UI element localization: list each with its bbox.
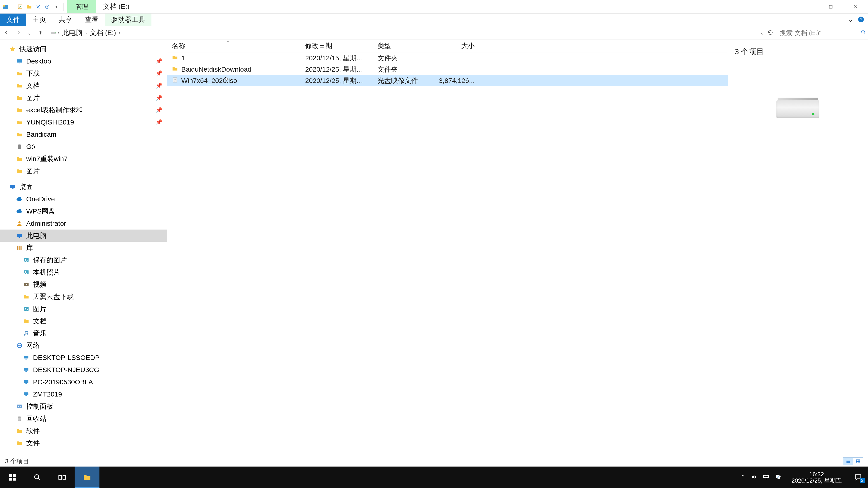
- large-icons-view-button[interactable]: [853, 457, 863, 465]
- address-dropdown-icon[interactable]: ⌄: [760, 30, 764, 36]
- file-row[interactable]: 12020/12/15, 星期二 1...文件夹: [167, 53, 727, 64]
- nav-item[interactable]: 下载📌: [0, 67, 167, 79]
- search-input[interactable]: [780, 29, 861, 37]
- taskbar-search-button[interactable]: [25, 466, 50, 488]
- nav-item[interactable]: YUNQISHI2019📌: [0, 116, 167, 128]
- nav-item[interactable]: 控制面板: [0, 400, 167, 413]
- nav-item[interactable]: G:\: [0, 140, 167, 153]
- file-type: 光盘映像文件: [373, 76, 434, 86]
- qat-close-icon[interactable]: [35, 4, 41, 10]
- qat-settings-icon[interactable]: [44, 4, 51, 10]
- nav-item[interactable]: DESKTOP-NJEU3CG: [0, 364, 167, 376]
- minimize-button[interactable]: [794, 0, 818, 13]
- nav-item[interactable]: excel表格制作求和📌: [0, 104, 167, 116]
- taskbar-clock[interactable]: 16:32 2020/12/25, 星期五: [787, 471, 846, 484]
- file-list[interactable]: 12020/12/15, 星期二 1...文件夹BaiduNetdiskDown…: [167, 53, 727, 456]
- nav-item[interactable]: 软件: [0, 425, 167, 437]
- nav-item-label: G:\: [26, 143, 35, 151]
- column-size[interactable]: 大小: [434, 41, 479, 51]
- qat-newfolder-icon[interactable]: [26, 4, 32, 10]
- refresh-icon[interactable]: [767, 30, 773, 36]
- music-icon: [23, 330, 30, 337]
- close-button[interactable]: [843, 0, 868, 13]
- network-header[interactable]: 网络: [0, 339, 167, 352]
- nav-item[interactable]: Administrator: [0, 217, 167, 230]
- volume-icon[interactable]: [751, 474, 757, 481]
- nav-item[interactable]: win7重装win7: [0, 153, 167, 165]
- nav-item-label: DESKTOP-NJEU3CG: [33, 366, 99, 374]
- file-row[interactable]: Win7x64_2020.iso2020/12/25, 星期五 1...光盘映像…: [167, 75, 727, 86]
- start-button[interactable]: [0, 466, 25, 488]
- desktop-header[interactable]: 桌面: [0, 181, 167, 193]
- search-box[interactable]: [777, 28, 865, 38]
- svg-point-10: [862, 30, 864, 33]
- qat-properties-icon[interactable]: [17, 4, 23, 10]
- breadcrumb-chevron-icon[interactable]: ›: [85, 30, 87, 36]
- tab-file[interactable]: 文件: [0, 13, 26, 26]
- nav-item[interactable]: 文档: [0, 315, 167, 327]
- nav-item[interactable]: 图片: [0, 165, 167, 177]
- nav-item[interactable]: 本机照片: [0, 266, 167, 278]
- help-icon[interactable]: ?: [858, 16, 864, 24]
- svg-rect-39: [17, 404, 22, 408]
- nav-item[interactable]: 文件: [0, 437, 167, 449]
- column-name[interactable]: 名称 ⌃: [167, 41, 301, 51]
- forward-button[interactable]: [16, 29, 22, 37]
- nav-item[interactable]: PC-20190530OBLA: [0, 376, 167, 388]
- svg-rect-35: [24, 380, 29, 383]
- search-icon[interactable]: [861, 29, 866, 37]
- column-type[interactable]: 类型: [373, 41, 434, 51]
- tray-overflow-icon[interactable]: ⌃: [740, 474, 745, 481]
- nav-item[interactable]: Desktop📌: [0, 55, 167, 67]
- nav-item[interactable]: 图片📌: [0, 92, 167, 104]
- nav-item[interactable]: WPS网盘: [0, 205, 167, 217]
- nav-item[interactable]: ZMT2019: [0, 388, 167, 400]
- breadcrumb-drive[interactable]: 文档 (E:): [90, 28, 116, 37]
- svg-rect-36: [26, 383, 27, 384]
- nav-item[interactable]: Bandicam: [0, 128, 167, 140]
- netpc-icon: [23, 354, 30, 361]
- nav-item[interactable]: 库: [0, 242, 167, 254]
- details-view-button[interactable]: [843, 457, 853, 465]
- nav-item[interactable]: 文档📌: [0, 79, 167, 92]
- nav-item[interactable]: 保存的图片: [0, 254, 167, 266]
- tab-view[interactable]: 查看: [79, 13, 105, 26]
- tab-drive-tools[interactable]: 驱动器工具: [105, 13, 151, 26]
- breadcrumb-this-pc[interactable]: 此电脑: [62, 28, 83, 37]
- tab-share[interactable]: 共享: [53, 13, 79, 26]
- quick-access-header[interactable]: 快速访问: [0, 43, 167, 55]
- nav-item[interactable]: DESKTOP-LSSOEDP: [0, 352, 167, 364]
- nav-item[interactable]: 视频: [0, 278, 167, 291]
- nav-item[interactable]: 天翼云盘下载: [0, 291, 167, 303]
- back-button[interactable]: [3, 29, 9, 37]
- maximize-button[interactable]: [818, 0, 843, 13]
- svg-rect-52: [13, 478, 16, 481]
- column-date[interactable]: 修改日期: [301, 41, 373, 51]
- nav-item[interactable]: OneDrive: [0, 193, 167, 205]
- preview-item-count: 3 个项目: [735, 46, 764, 57]
- svg-rect-49: [9, 474, 12, 477]
- taskbar-explorer-button[interactable]: [74, 466, 99, 488]
- nav-item-label: 控制面板: [26, 402, 53, 411]
- up-button[interactable]: [37, 29, 43, 37]
- ime-indicator[interactable]: 中: [763, 473, 770, 482]
- nav-item[interactable]: 图片: [0, 303, 167, 315]
- nav-item[interactable]: 回收站: [0, 413, 167, 425]
- breadcrumb-chevron-icon[interactable]: ›: [119, 30, 120, 36]
- task-view-button[interactable]: [50, 466, 74, 488]
- nav-item[interactable]: 音乐: [0, 327, 167, 339]
- file-row[interactable]: BaiduNetdiskDownload2020/12/25, 星期五 1...…: [167, 64, 727, 75]
- action-center-button[interactable]: 3: [851, 472, 865, 483]
- contextual-tab-manage[interactable]: 管理: [67, 0, 96, 13]
- navigation-pane[interactable]: 快速访问 Desktop📌下载📌文档📌图片📌excel表格制作求和📌YUNQIS…: [0, 40, 167, 456]
- pictures-icon: [23, 269, 30, 276]
- expand-ribbon-icon[interactable]: ⌄: [848, 16, 853, 23]
- pin-icon: 📌: [156, 70, 162, 76]
- security-icon[interactable]: [775, 474, 782, 481]
- address-bar[interactable]: › 此电脑 › 文档 (E:) › ⌄: [48, 28, 775, 38]
- nav-item[interactable]: 此电脑: [0, 230, 167, 242]
- qat-dropdown-icon[interactable]: ▾: [53, 4, 59, 10]
- recent-dropdown-icon[interactable]: ⌄: [28, 30, 31, 36]
- breadcrumb-chevron-icon[interactable]: ›: [58, 30, 59, 36]
- tab-home[interactable]: 主页: [26, 13, 53, 26]
